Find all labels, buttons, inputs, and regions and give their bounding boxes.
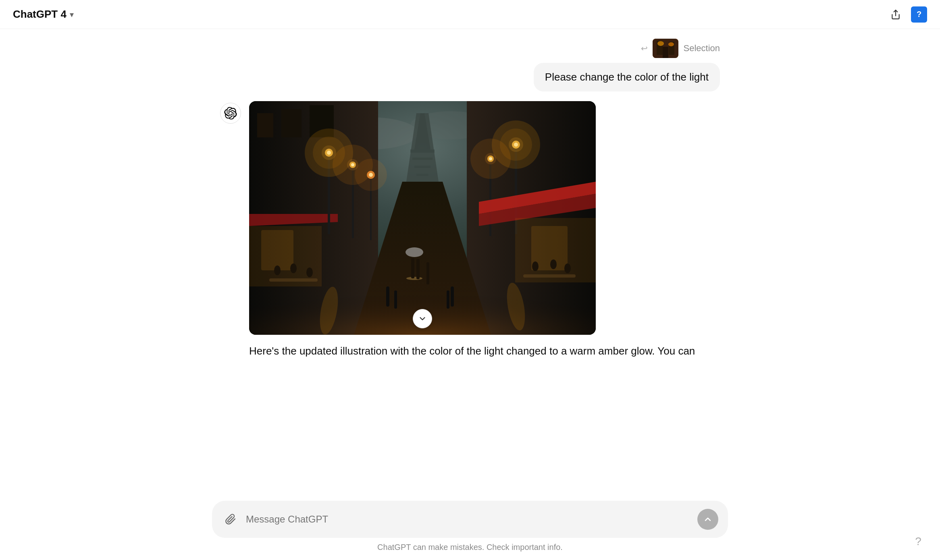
svg-rect-17	[412, 158, 433, 160]
chat-content: ↩ Selection Please change the color of t…	[188, 39, 752, 360]
svg-point-59	[406, 247, 423, 257]
help-button[interactable]: ?	[911, 6, 927, 23]
selection-reference: ↩ Selection	[641, 39, 720, 58]
ai-content: Here's the updated illustration with the…	[249, 101, 720, 360]
svg-rect-18	[414, 166, 430, 168]
footer-text-static: ChatGPT can make mistakes. Check importa…	[377, 543, 563, 552]
header: ChatGPT 4 ▾ ?	[0, 0, 940, 29]
svg-point-49	[470, 139, 511, 179]
svg-rect-61	[269, 278, 318, 282]
svg-rect-53	[261, 230, 293, 270]
svg-rect-58	[416, 259, 420, 279]
user-message-area: ↩ Selection Please change the color of t…	[220, 39, 720, 91]
chevron-down-icon[interactable]: ▾	[70, 10, 74, 19]
svg-point-63	[290, 263, 297, 273]
ai-response-text: Here's the updated illustration with the…	[249, 343, 720, 360]
user-message-text: Please change the color of the light	[545, 71, 709, 83]
svg-rect-72	[386, 286, 389, 307]
svg-rect-20	[257, 113, 273, 137]
svg-point-67	[550, 259, 557, 269]
ai-message-area: Here's the updated illustration with the…	[220, 101, 720, 360]
svg-rect-16	[410, 149, 435, 153]
ai-avatar	[220, 103, 241, 124]
svg-rect-74	[451, 286, 454, 307]
selection-thumbnail	[653, 39, 678, 58]
generated-image-container	[249, 101, 596, 335]
svg-point-64	[306, 268, 313, 277]
svg-rect-21	[281, 109, 302, 137]
send-button[interactable]	[697, 509, 718, 530]
svg-rect-75	[447, 290, 449, 309]
svg-rect-19	[416, 174, 428, 176]
selection-label: Selection	[683, 43, 720, 54]
svg-point-56	[406, 277, 422, 280]
chat-area: ↩ Selection Please change the color of t…	[0, 29, 940, 494]
help-icon: ?	[917, 10, 921, 19]
help-corner-button[interactable]: ?	[909, 533, 927, 550]
svg-point-66	[532, 261, 539, 271]
svg-point-4	[657, 41, 664, 46]
svg-point-38	[355, 159, 387, 191]
svg-rect-65	[523, 274, 576, 278]
attach-button[interactable]	[222, 510, 239, 528]
reply-icon: ↩	[641, 44, 648, 53]
svg-point-62	[274, 265, 281, 275]
input-area: ChatGPT can make mistakes. Check importa…	[0, 494, 940, 560]
footer-disclaimer: ChatGPT can make mistakes. Check importa…	[377, 543, 563, 552]
svg-rect-73	[394, 290, 397, 309]
share-button[interactable]	[887, 6, 905, 23]
app-title: ChatGPT 4	[13, 8, 67, 21]
svg-rect-57	[411, 258, 414, 278]
message-input[interactable]	[246, 514, 691, 525]
scroll-down-button[interactable]	[413, 309, 432, 328]
input-wrapper	[212, 501, 728, 538]
svg-rect-60	[426, 262, 429, 284]
generated-image	[249, 101, 596, 335]
svg-point-5	[668, 42, 674, 46]
user-bubble: Please change the color of the light	[534, 63, 720, 91]
svg-point-68	[564, 263, 571, 273]
header-right: ?	[887, 6, 927, 23]
svg-rect-6	[663, 47, 668, 58]
header-left: ChatGPT 4 ▾	[13, 8, 74, 21]
